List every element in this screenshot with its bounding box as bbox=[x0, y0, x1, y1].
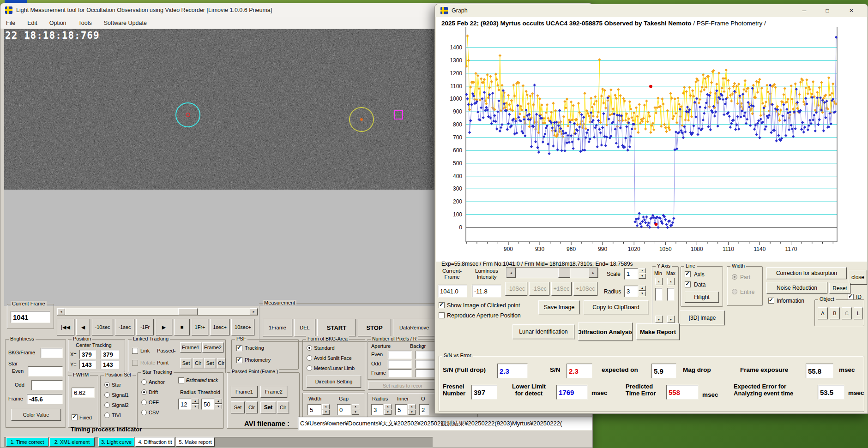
star-odd-field[interactable] bbox=[31, 380, 63, 390]
noise-reduction-button[interactable]: Noise Reduction bbox=[766, 282, 827, 294]
passed-clr1-button[interactable]: Clr bbox=[246, 401, 258, 413]
menu-option[interactable]: Option bbox=[49, 20, 66, 26]
pixels-frame-aperture-field[interactable] bbox=[388, 369, 412, 377]
star-even-field[interactable] bbox=[28, 366, 63, 376]
maximize-icon[interactable]: □ bbox=[817, 5, 838, 17]
3d-image-button[interactable]: [3D] Image bbox=[680, 311, 725, 325]
pixels-even-aperture-field[interactable] bbox=[388, 351, 412, 359]
position-y1-field[interactable]: 143 bbox=[79, 360, 96, 369]
scrollbar-left-arrow[interactable]: ◂ bbox=[57, 308, 65, 315]
scrollbar-thumb[interactable] bbox=[178, 308, 198, 315]
predicted-time-error-field[interactable]: 558 bbox=[666, 385, 699, 400]
stop-playback-button[interactable]: ■ bbox=[174, 319, 190, 335]
linked-set2-button[interactable]: Set bbox=[204, 358, 216, 368]
position-x2-field[interactable]: 379 bbox=[101, 350, 119, 359]
line-data-checkbox[interactable] bbox=[685, 281, 691, 287]
fwhm-fixed-checkbox[interactable] bbox=[72, 414, 78, 420]
passed-set1-button[interactable]: Set bbox=[231, 401, 245, 413]
aperture-radius-field[interactable]: 3 bbox=[371, 404, 383, 415]
close-icon[interactable]: ✕ bbox=[841, 5, 862, 17]
position-set-signal1-radio[interactable] bbox=[104, 392, 110, 398]
show-image-checkbox[interactable] bbox=[439, 302, 445, 308]
step-back-button[interactable]: ◀ bbox=[76, 319, 90, 335]
position-set-star-radio[interactable] bbox=[104, 382, 110, 388]
position-set-signal2-radio[interactable] bbox=[104, 402, 110, 408]
scrollbar-right-arrow[interactable]: ▸ bbox=[250, 308, 258, 315]
anchor-radio[interactable] bbox=[141, 379, 147, 385]
measure-1frame-button[interactable]: 1Frame bbox=[263, 319, 292, 336]
light-curve-chart[interactable]: 0100200300400500600700800900100011001200… bbox=[440, 24, 864, 257]
menu-file[interactable]: File bbox=[6, 20, 15, 26]
save-image-button[interactable]: Save Image bbox=[538, 300, 580, 314]
inner-field[interactable]: 5 bbox=[395, 404, 407, 415]
csv-radio[interactable] bbox=[141, 410, 147, 415]
scale-spinner[interactable] bbox=[639, 268, 646, 279]
graph-scrollbar[interactable]: ◂ ▸ bbox=[506, 267, 598, 278]
linked-clr2-button[interactable]: Clr bbox=[217, 358, 225, 368]
information-checkbox[interactable] bbox=[768, 298, 774, 304]
data-remove-button[interactable]: DataRemove bbox=[393, 319, 435, 336]
estimated-track-checkbox[interactable] bbox=[178, 377, 184, 383]
minus-1frame-button[interactable]: -1Fr bbox=[136, 319, 154, 335]
line-axis-checkbox[interactable] bbox=[685, 271, 691, 277]
brightness-frame-field[interactable]: -45.6 bbox=[27, 394, 63, 404]
direction-setting-button[interactable]: Direction Setting bbox=[307, 376, 361, 388]
diffraction-analysis-button[interactable]: Diffraction Analysis bbox=[578, 323, 633, 341]
meteor-limb-radio[interactable] bbox=[307, 365, 312, 371]
play-button[interactable]: ▶ bbox=[156, 319, 172, 335]
gap-spinner[interactable] bbox=[352, 404, 359, 415]
position-x1-field[interactable]: 379 bbox=[79, 350, 96, 359]
tab-diffraction-fit[interactable]: 4. Diffraction tit bbox=[135, 437, 175, 447]
color-value-button[interactable]: Color Value bbox=[11, 409, 61, 421]
tab-xml-element[interactable]: 2. XML element bbox=[49, 437, 95, 447]
graph-scroll-left-icon[interactable]: ◂ bbox=[506, 268, 516, 278]
graph-radius-spinner[interactable] bbox=[639, 286, 646, 296]
psf-photometry-checkbox[interactable] bbox=[236, 357, 242, 363]
plus-1sec-button[interactable]: 1sec+ bbox=[210, 319, 229, 335]
hilight-button[interactable]: Hilight bbox=[685, 292, 719, 303]
linked-set1-button[interactable]: Set bbox=[180, 358, 192, 368]
minus-1sec-button[interactable]: -1sec bbox=[115, 319, 134, 335]
outer-field[interactable]: 2 bbox=[419, 404, 429, 415]
off-radio[interactable] bbox=[141, 400, 147, 405]
close-button[interactable]: close bbox=[849, 270, 867, 285]
passed-set2-button[interactable]: Set bbox=[260, 401, 276, 413]
position-y2-field[interactable]: 143 bbox=[101, 360, 119, 369]
gap-field[interactable]: 0 bbox=[337, 404, 351, 415]
plus-1frame-button[interactable]: 1Fr+ bbox=[192, 319, 208, 335]
reproduce-aperture-checkbox[interactable] bbox=[439, 312, 445, 318]
copy-clipboard-button[interactable]: Copy to ClipBoard bbox=[584, 300, 648, 314]
bkg-width-field[interactable]: 5 bbox=[307, 404, 321, 415]
standard-radio[interactable] bbox=[307, 345, 312, 351]
correction-absorption-button[interactable]: Correction for absorption bbox=[766, 267, 847, 279]
passed-clr2-button[interactable]: Clr bbox=[277, 401, 289, 413]
plus-10sec-button[interactable]: 10sec+ bbox=[231, 319, 254, 335]
luminous-intensity-field[interactable]: -11.8 bbox=[472, 285, 501, 298]
bkg-frame-field[interactable] bbox=[41, 348, 63, 358]
tab-time-correct[interactable]: 1. Time correct bbox=[6, 437, 48, 447]
graph-current-frame-field[interactable]: 1041.0 bbox=[438, 285, 467, 298]
fresnel-number-field[interactable]: 397 bbox=[471, 385, 497, 400]
lower-limit-field[interactable]: 1769 bbox=[556, 385, 588, 400]
menu-software-update[interactable]: Software Update bbox=[104, 20, 147, 26]
scale-field[interactable]: 1 bbox=[624, 268, 638, 280]
graph-scroll-thumb[interactable] bbox=[558, 268, 570, 278]
graph-scroll-right-icon[interactable]: ▸ bbox=[589, 268, 598, 278]
make-report-button[interactable]: Make Report bbox=[636, 323, 680, 340]
measure-stop-button[interactable]: STOP bbox=[358, 319, 391, 336]
measure-start-button[interactable]: START bbox=[317, 319, 356, 336]
drift-radio[interactable] bbox=[141, 389, 147, 395]
link-checkbox[interactable] bbox=[132, 348, 138, 354]
pixels-odd-aperture-field[interactable] bbox=[388, 360, 412, 368]
object-b-button[interactable]: B bbox=[830, 307, 840, 319]
expected-error-field[interactable]: 53.5 bbox=[818, 385, 844, 400]
passed-frame2-button[interactable]: Frame2 bbox=[260, 386, 287, 398]
linked-clr1-button[interactable]: Clr bbox=[193, 358, 203, 368]
y-max-down-spinner[interactable] bbox=[667, 316, 675, 323]
psf-tracking-checkbox[interactable] bbox=[236, 345, 242, 351]
tracking-radius-spinner[interactable] bbox=[192, 399, 199, 409]
position-set-tivi-radio[interactable] bbox=[104, 412, 110, 418]
bkg-width-spinner[interactable] bbox=[322, 404, 330, 415]
tab-make-report[interactable]: 5. Make report bbox=[176, 437, 215, 447]
frame-scrollbar[interactable]: ◂ ▸ bbox=[57, 308, 258, 316]
